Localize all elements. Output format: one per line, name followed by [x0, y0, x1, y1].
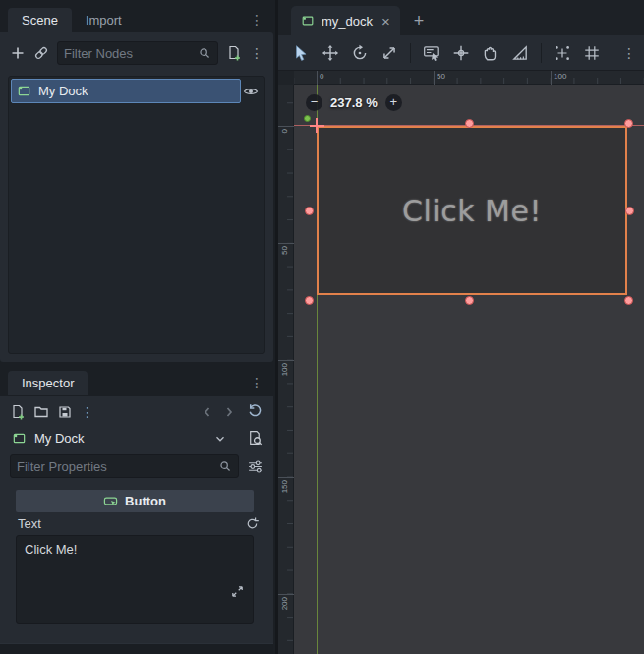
scene-dock-tabbar: Scene Import ⋮ [0, 8, 273, 32]
add-node-button[interactable] [10, 45, 26, 61]
ruler-tick: 150 [278, 477, 294, 478]
ruler-tick: 50 [278, 243, 294, 244]
ruler-corner [278, 71, 294, 85]
scene-dock: ⋮ My Dock [0, 32, 273, 362]
revert-property-icon[interactable] [245, 516, 260, 531]
ruler-tick: 0 [278, 126, 294, 127]
history-back-button[interactable] [200, 404, 215, 420]
vertical-ruler[interactable]: 0 50 100 150 200 [278, 85, 294, 654]
canvas-toolbar: ⋮ [278, 35, 644, 71]
horizontal-ruler[interactable]: 0 50 100 [294, 71, 644, 85]
tool-scale-button[interactable] [381, 44, 398, 62]
search-icon [198, 46, 211, 60]
tool-pivot-button[interactable] [452, 44, 470, 62]
selected-node-name: My Dock [34, 431, 85, 446]
inspector-dock-menu-icon[interactable]: ⋮ [250, 376, 263, 389]
scene-tab-bar: my_dock × + [278, 0, 644, 35]
selection-handle-bottom-center[interactable] [465, 296, 474, 305]
canvas-toolbar-menu-icon[interactable]: ⋮ [622, 45, 636, 61]
text-property-value: Click Me! [25, 542, 77, 557]
attach-script-button[interactable] [226, 45, 242, 61]
object-history-icon[interactable] [247, 403, 263, 420]
zoom-out-button[interactable]: − [306, 94, 322, 111]
anchor-dot[interactable] [304, 115, 311, 122]
ruler-tick: 100 [551, 71, 552, 85]
ruler-tick: 100 [278, 360, 294, 361]
text-property-label: Text [18, 516, 41, 531]
expand-editor-icon[interactable] [230, 584, 245, 599]
tab-scene[interactable]: Scene [8, 8, 72, 32]
load-resource-folder-icon[interactable] [33, 404, 49, 420]
tool-list-select-button[interactable] [423, 44, 440, 62]
scene-toolbar-menu-icon[interactable]: ⋮ [250, 45, 263, 61]
zoom-in-button[interactable]: + [385, 94, 402, 111]
tree-node-label: My Dock [38, 84, 88, 98]
scene-tree[interactable]: My Dock [8, 76, 265, 354]
ruler-tick: 0 [317, 71, 318, 85]
filter-nodes-input[interactable] [64, 46, 198, 61]
new-resource-button[interactable] [10, 404, 26, 420]
inspector-dock: ⋮ My Dock [0, 396, 273, 654]
toolbar-separator [541, 43, 542, 63]
inspector-toolbar: ⋮ [0, 396, 273, 425]
left-dock-column: Scene Import ⋮ [0, 0, 275, 654]
selection-handle-top-right[interactable] [624, 119, 633, 128]
tool-ruler-button[interactable] [511, 44, 529, 62]
tool-select-button[interactable] [292, 44, 310, 62]
button-control-text: Click Me! [402, 194, 542, 228]
selection-handle-top-center[interactable] [465, 119, 474, 128]
category-header-button[interactable]: Button [16, 490, 254, 512]
filter-properties-input[interactable] [17, 459, 218, 474]
viewport: 0 50 100 0 50 100 150 200 Click Me! [278, 71, 644, 654]
history-forward-button[interactable] [221, 404, 237, 420]
pivot-crosshair [316, 118, 318, 133]
save-resource-icon[interactable] [57, 404, 73, 420]
scene-icon [301, 14, 315, 28]
scene-dock-menu-icon[interactable]: ⋮ [250, 13, 263, 27]
tool-move-button[interactable] [322, 44, 339, 62]
tab-import[interactable]: Import [72, 8, 136, 32]
filter-properties-row [0, 451, 273, 482]
toolbar-separator [410, 43, 411, 63]
tool-pan-hand-button[interactable] [482, 44, 499, 62]
selected-button-control[interactable]: Click Me! [317, 126, 627, 295]
resource-menu-icon[interactable]: ⋮ [81, 404, 94, 420]
instance-scene-link-icon[interactable] [33, 45, 49, 61]
control-node-icon [17, 84, 31, 98]
scene-toolbar: ⋮ [0, 32, 273, 70]
smart-snap-toggle[interactable] [554, 44, 571, 62]
tune-sliders-icon[interactable] [247, 458, 263, 475]
selection-handle-bottom-right[interactable] [624, 296, 633, 305]
filter-nodes-box [57, 41, 218, 65]
tool-rotate-button[interactable] [351, 44, 369, 62]
selection-handle-mid-right[interactable] [625, 207, 634, 215]
open-documentation-button[interactable] [247, 430, 263, 446]
tree-row-my-dock[interactable]: My Dock [11, 79, 241, 103]
selection-handle-mid-left[interactable] [305, 207, 314, 215]
search-icon [218, 459, 232, 473]
ruler-tick: 50 [434, 71, 435, 85]
category-label: Button [125, 494, 166, 508]
new-scene-tab-button[interactable]: + [414, 6, 425, 35]
scene-tab-my-dock[interactable]: my_dock × [291, 6, 400, 35]
tab-close-icon[interactable]: × [381, 14, 390, 29]
dock-bottom-edge [0, 643, 273, 654]
main-viewport-area: my_dock × + [278, 0, 644, 654]
property-row-text: Text [0, 512, 273, 535]
ruler-tick: 200 [278, 594, 294, 595]
zoom-level-label[interactable]: 237.8 % [330, 95, 378, 110]
scene-tab-label: my_dock [322, 14, 373, 29]
filter-properties-box [10, 454, 239, 478]
button-class-icon [103, 494, 118, 508]
grid-snap-toggle[interactable] [583, 44, 601, 62]
chevron-down-icon[interactable] [213, 432, 227, 446]
selection-handle-bottom-left[interactable] [305, 296, 314, 305]
inspector-tabbar: Inspector ⋮ [0, 371, 273, 395]
canvas-2d[interactable]: Click Me! − 237.8 % + [294, 85, 644, 654]
control-node-icon [12, 431, 27, 446]
text-property-editor[interactable]: Click Me! [16, 535, 254, 624]
visibility-eye-button[interactable] [243, 84, 259, 99]
node-selector[interactable]: My Dock [0, 425, 273, 451]
tab-inspector[interactable]: Inspector [8, 371, 88, 395]
zoom-controls: − 237.8 % + [306, 94, 402, 111]
